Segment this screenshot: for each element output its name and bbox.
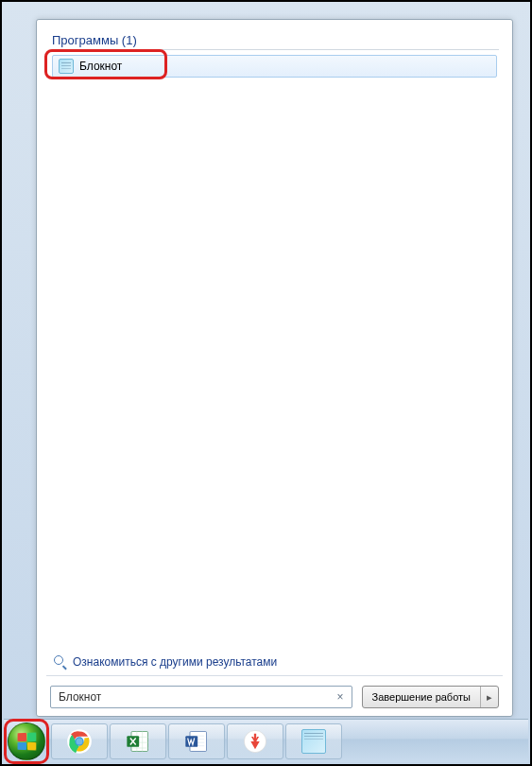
shutdown-menu-arrow[interactable]: ▸	[481, 691, 498, 704]
divider	[46, 675, 503, 676]
start-button-wrap	[8, 722, 45, 760]
taskbar-item-notepad[interactable]	[285, 723, 342, 759]
excel-icon	[125, 728, 151, 755]
see-more-label: Ознакомиться с другими результатами	[73, 655, 277, 669]
search-box[interactable]: ×	[50, 686, 352, 708]
taskbar: Y	[4, 719, 528, 762]
taskbar-item-word[interactable]	[168, 723, 225, 759]
result-item-label: Блокнот	[79, 60, 122, 73]
result-item-wrap: Блокнот	[50, 53, 499, 79]
taskbar-item-excel[interactable]	[110, 723, 166, 759]
notepad-icon	[59, 59, 74, 74]
chrome-icon	[66, 728, 93, 755]
search-results-area: Программы (1) Блокнот	[50, 29, 499, 640]
shutdown-label: Завершение работы	[363, 687, 481, 707]
search-icon	[54, 655, 67, 669]
notepad-icon	[301, 729, 326, 754]
start-menu-panel: Программы (1) Блокнот Ознакомиться с дру…	[36, 19, 513, 717]
svg-point-2	[77, 738, 83, 744]
word-icon	[183, 728, 210, 755]
start-button[interactable]	[8, 722, 45, 760]
start-menu-bottom-row: × Завершение работы ▸	[50, 686, 499, 708]
svg-text:Y: Y	[251, 734, 260, 748]
windows-logo-icon	[18, 732, 37, 750]
result-item-notepad[interactable]: Блокнот	[52, 55, 497, 78]
taskbar-item-yandex[interactable]: Y	[227, 723, 283, 759]
yandex-icon: Y	[242, 728, 268, 755]
results-group-header: Программы (1)	[50, 29, 499, 50]
shutdown-button[interactable]: Завершение работы ▸	[362, 686, 499, 708]
clear-search-button[interactable]: ×	[334, 690, 348, 704]
taskbar-item-chrome[interactable]	[51, 723, 108, 759]
search-input[interactable]	[59, 690, 334, 704]
see-more-results-link[interactable]: Ознакомиться с другими результатами	[54, 655, 277, 669]
screenshot-frame: Программы (1) Блокнот Ознакомиться с дру…	[0, 0, 532, 766]
